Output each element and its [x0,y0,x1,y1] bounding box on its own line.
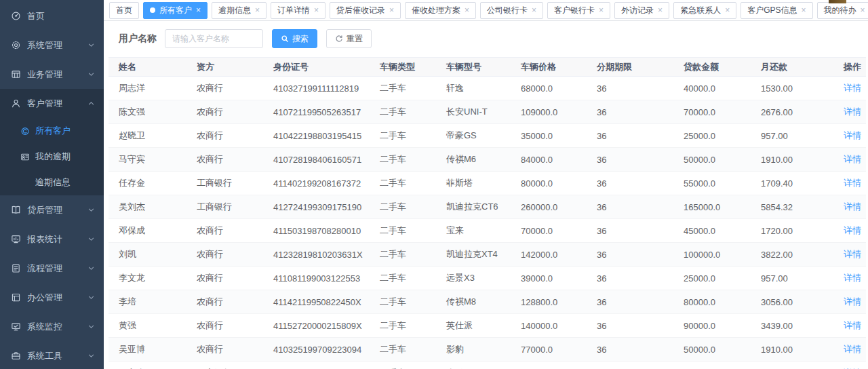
tab-我的待办[interactable]: 我的待办× [817,2,868,19]
detail-link[interactable]: 详情 [844,320,861,330]
tab-逾期信息[interactable]: 逾期信息× [212,2,267,19]
close-icon[interactable]: × [532,6,536,14]
sidebar-item-业务管理[interactable]: 业务管理 [0,60,104,89]
tab-公司银行卡[interactable]: 公司银行卡× [480,2,543,19]
table-row: 赵晓卫农商行410422198803195415二手车帝豪GS35000.036… [108,124,866,148]
sidebar-item-流程管理[interactable]: 流程管理 [0,254,104,283]
detail-link[interactable]: 详情 [844,178,861,188]
tab-紧急联系人[interactable]: 紧急联系人× [673,2,736,19]
sidebar-item-首页[interactable]: 首页 [0,1,104,31]
detail-link[interactable]: 详情 [844,344,861,354]
cell-vehicle-model: 传祺M8 [436,290,511,314]
cell-id-number: 410325199709223094 [263,338,370,362]
tab-订单详情[interactable]: 订单详情× [271,2,326,19]
sidebar-item-label: 首页 [27,10,45,22]
close-icon[interactable]: × [255,6,260,14]
chevron-down-icon [87,265,95,272]
column-header-车辆型号: 车辆型号 [436,58,511,77]
chevron-down-icon [87,235,95,243]
cell-monthly-payment: 957.00 [751,124,833,148]
sidebar-subitem-逾期信息[interactable]: 逾期信息 [0,170,104,195]
chevron-down-icon [87,294,95,301]
close-icon[interactable]: × [801,6,806,14]
detail-link[interactable]: 详情 [844,249,861,259]
tab-首页[interactable]: 首页 [109,2,139,19]
sidebar-item-办公管理[interactable]: 办公管理 [0,283,104,312]
menu-block: 贷后管理 [0,195,104,225]
cell-funder: 工商银行 [186,362,263,369]
detail-link[interactable]: 详情 [844,273,861,283]
tab-bar: 首页所有客户×逾期信息×订单详情×贷后催收记录×催收处理方案×公司银行卡×客户银… [104,0,868,21]
cell-loan-amount: 100000.0 [673,243,751,267]
tab-label: 公司银行卡 [487,5,528,16]
sidebar-item-label: 业务管理 [27,69,62,81]
column-header-资方: 资方 [186,58,263,77]
tab-客户银行卡[interactable]: 客户银行卡× [547,2,610,19]
cell-vehicle-price: 77000.0 [511,338,587,362]
tab-外访记录[interactable]: 外访记录× [614,2,669,19]
close-icon[interactable]: × [465,6,469,14]
close-icon[interactable]: × [599,6,604,14]
table-row: 马守宾农商行410728198406160571二手车传祺M684000.036… [108,148,866,172]
detail-link[interactable]: 详情 [844,296,861,307]
cell-vehicle-model: 帝豪GS [436,124,511,148]
close-icon[interactable]: × [725,6,730,14]
close-icon[interactable]: × [314,6,319,14]
sidebar-item-客户管理[interactable]: 客户管理 [0,89,104,118]
cell-loan-amount: 40000.0 [673,77,751,100]
customer-name-input[interactable] [165,29,263,48]
sidebar-subitem-我的逾期[interactable]: 我的逾期 [0,144,104,170]
tab-label: 贷后催收记录 [336,5,385,16]
cell-monthly-payment: 1709.40 [751,172,833,195]
sidebar-item-label: 贷后管理 [27,204,62,216]
sidebar-subitem-所有客户[interactable]: 所有客户 [0,118,104,144]
column-header-身份证号: 身份证号 [263,58,370,77]
column-header-分期期限: 分期期限 [587,58,673,77]
table-row: 吴刘杰工商银行412724199309175190二手车凯迪拉克CT626000… [108,195,866,219]
cell-action: 详情 [833,243,866,267]
cell-vehicle-price: 70000.0 [511,219,587,243]
detail-link[interactable]: 详情 [844,225,861,235]
menu-block: 系统管理 [0,31,104,60]
detail-link[interactable]: 详情 [844,130,861,140]
detail-link[interactable]: 详情 [844,154,861,164]
close-icon[interactable]: × [658,6,663,14]
reset-button-label: 重置 [347,33,363,45]
sidebar-item-贷后管理[interactable]: 贷后管理 [0,195,104,225]
menu-block: 流程管理 [0,254,104,283]
user-avatar-partial[interactable] [829,0,846,3]
cell-name: 李文龙 [108,267,186,290]
search-button[interactable]: 搜索 [272,29,317,48]
cell-id-number: 411402199208167372 [263,172,370,195]
cell-vehicle-type: 二手车 [370,100,436,124]
tab-label: 紧急联系人 [680,5,721,16]
detail-link[interactable]: 详情 [844,201,861,212]
cell-vehicle-type: 二手车 [370,290,436,314]
close-icon[interactable]: × [389,6,394,14]
cell-vehicle-type: 二手车 [370,243,436,267]
sidebar-item-系统管理[interactable]: 系统管理 [0,31,104,60]
sidebar-item-报表统计[interactable]: 报表统计 [0,225,104,254]
close-icon[interactable]: × [196,6,201,14]
cell-vehicle-price: 39000.0 [511,267,587,290]
sidebar-item-系统工具[interactable]: 系统工具 [0,341,104,369]
detail-link[interactable]: 详情 [844,83,861,93]
cell-loan-amount: 45000.0 [673,219,751,243]
cell-periods: 36 [587,338,673,362]
column-header-车辆价格: 车辆价格 [511,58,587,77]
cell-vehicle-type: 二手车 [370,172,436,195]
tab-客户GPS信息[interactable]: 客户GPS信息× [741,2,812,19]
cell-funder: 农商行 [186,290,263,314]
sidebar-item-系统监控[interactable]: 系统监控 [0,312,104,341]
cell-id-number: 41142119950822450X [263,290,370,314]
reset-button[interactable]: 重置 [326,29,372,48]
tab-贷后催收记录[interactable]: 贷后催收记录× [330,2,401,19]
chevron-down-icon [87,206,95,214]
cell-monthly-payment: 2293.00 [751,362,833,369]
cell-monthly-payment: 957.00 [751,267,833,290]
tab-所有客户[interactable]: 所有客户× [143,2,208,19]
detail-link[interactable]: 详情 [844,106,861,117]
close-icon[interactable]: × [861,6,865,14]
cell-monthly-payment: 3822.00 [751,243,833,267]
tab-催收处理方案[interactable]: 催收处理方案× [405,2,476,19]
